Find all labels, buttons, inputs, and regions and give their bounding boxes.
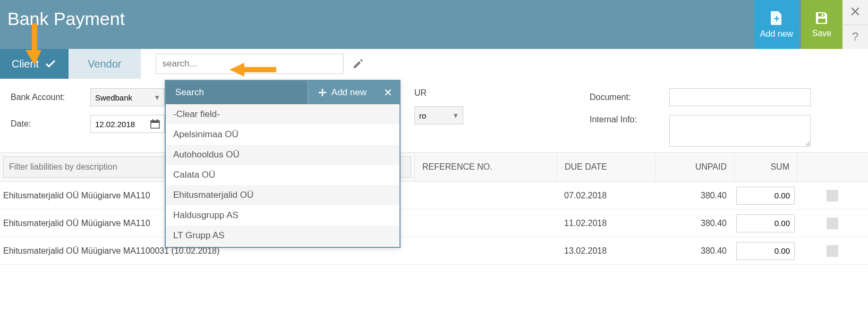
dropdown-item[interactable]: Apelsinimaa OÜ xyxy=(166,124,399,145)
add-new-button[interactable]: Add new xyxy=(754,0,799,49)
col-tail xyxy=(797,153,868,181)
col-sum[interactable]: SUM xyxy=(734,153,797,181)
row-action-chip[interactable] xyxy=(827,218,838,229)
cell-due-date: 11.02.2018 xyxy=(557,219,656,228)
table-body: Ehitusmaterjalid OÜ Müügiarve MA11007.02… xyxy=(0,182,868,265)
header: Bank Payment Add new Save ✕ ? xyxy=(0,0,868,49)
calendar-icon[interactable] xyxy=(146,119,164,129)
row-internal: Internal Info: xyxy=(590,115,811,147)
bank-account-select[interactable]: Swedbank xyxy=(90,88,165,106)
bank-account-select-wrap: Swedbank xyxy=(90,88,165,106)
internal-info-label: Internal Info: xyxy=(590,115,669,124)
cell-sum xyxy=(734,242,797,260)
help-button[interactable]: ? xyxy=(843,24,868,49)
close-icon: ✕ xyxy=(384,86,393,99)
cell-sum xyxy=(734,214,797,232)
file-plus-icon xyxy=(769,10,784,26)
dropdown-item[interactable]: -Clear field- xyxy=(166,104,399,124)
currency-fragment: UR xyxy=(414,88,427,98)
close-button[interactable]: ✕ xyxy=(843,0,868,24)
cell-unpaid: 380.40 xyxy=(656,246,734,256)
document-label: Document: xyxy=(590,93,669,102)
form-area: Bank Account: Swedbank Date: UR xyxy=(0,79,868,152)
header-side: ✕ ? xyxy=(843,0,868,49)
header-actions: Add new Save ✕ ? xyxy=(754,0,868,49)
dropdown-item[interactable]: Haldusgrupp AS xyxy=(166,205,399,226)
col-unpaid[interactable]: UNPAID xyxy=(656,153,734,181)
dropdown-tab-search[interactable]: Search xyxy=(166,81,308,104)
unit-select-wrap: ro xyxy=(414,106,463,124)
bank-account-label: Bank Account: xyxy=(11,93,90,102)
add-new-label: Add new xyxy=(760,29,793,39)
tab-client[interactable]: Client xyxy=(0,49,69,79)
close-icon: ✕ xyxy=(849,4,861,20)
form-col-left: Bank Account: Swedbank Date: xyxy=(11,88,191,147)
search-input[interactable] xyxy=(156,54,344,74)
row-bank-account: Bank Account: Swedbank xyxy=(11,88,191,106)
edit-icon[interactable] xyxy=(352,58,364,70)
plus-icon xyxy=(318,88,327,97)
cell-due-date: 07.02.2018 xyxy=(557,191,656,201)
table-row[interactable]: Ehitusmaterjalid OÜ Müügiarve MA11011.02… xyxy=(0,210,868,237)
col-due-date[interactable]: DUE DATE xyxy=(557,153,656,181)
dropdown-search-label: Search xyxy=(175,87,204,98)
dropdown-header: Search Add new ✕ xyxy=(166,81,399,104)
tab-vendor-label: Vendor xyxy=(88,58,121,70)
tab-client-label: Client xyxy=(12,58,39,70)
help-icon: ? xyxy=(852,30,858,44)
dropdown-close-button[interactable]: ✕ xyxy=(376,81,399,104)
table-row[interactable]: Ehitusmaterjalid OÜ Müügiarve MA11007.02… xyxy=(0,182,868,210)
toolbar: Client Vendor xyxy=(0,49,868,79)
svg-rect-2 xyxy=(152,119,154,121)
form-col-right: Document: Internal Info: xyxy=(590,88,811,147)
row-action-chip[interactable] xyxy=(827,190,838,202)
dropdown-item[interactable]: Lõbusad Tuurid OÜ xyxy=(166,246,399,247)
col-reference-no[interactable]: REFERENCE NO. xyxy=(414,153,557,181)
save-icon xyxy=(814,11,829,26)
date-field xyxy=(90,115,165,133)
dropdown-list[interactable]: -Clear field- Apelsinimaa OÜ Autohooldus… xyxy=(166,104,399,247)
cell-unpaid: 380.40 xyxy=(656,219,734,228)
search-dropdown: Search Add new ✕ -Clear field- Apelsinim… xyxy=(165,80,401,248)
sum-input[interactable] xyxy=(736,242,795,260)
cell-tail xyxy=(797,218,868,229)
cell-sum xyxy=(734,187,797,205)
svg-rect-1 xyxy=(151,121,159,123)
table-header: REFERENCE NO. DUE DATE UNPAID SUM xyxy=(0,152,868,182)
date-input[interactable] xyxy=(91,115,146,132)
row-document: Document: xyxy=(590,88,811,106)
form-col-mid: UR ro xyxy=(414,88,473,147)
row-action-chip[interactable] xyxy=(827,245,838,257)
row-currency-fragment: UR xyxy=(414,88,473,98)
internal-info-textarea[interactable] xyxy=(669,115,811,147)
dropdown-tab-add-new[interactable]: Add new xyxy=(308,81,376,104)
tab-vendor[interactable]: Vendor xyxy=(69,49,140,79)
cell-due-date: 13.02.2018 xyxy=(557,246,656,256)
sum-input[interactable] xyxy=(736,187,795,205)
sum-input[interactable] xyxy=(736,214,795,232)
cell-tail xyxy=(797,190,868,202)
table-row[interactable]: Ehitusmaterjalid OÜ Müügiarve MA1100031 … xyxy=(0,237,868,265)
dropdown-item[interactable]: Autohooldus OÜ xyxy=(166,145,399,165)
document-input[interactable] xyxy=(669,88,811,106)
cell-unpaid: 380.40 xyxy=(656,191,734,201)
cell-tail xyxy=(797,245,868,257)
search-wrap xyxy=(156,49,364,79)
dropdown-item[interactable]: Calata OÜ xyxy=(166,165,399,185)
date-label: Date: xyxy=(11,119,90,129)
save-label: Save xyxy=(812,29,831,38)
dropdown-item[interactable]: LT Grupp AS xyxy=(166,226,399,246)
row-date: Date: xyxy=(11,115,191,133)
svg-rect-3 xyxy=(157,119,158,121)
save-button[interactable]: Save xyxy=(801,0,843,49)
dropdown-item[interactable]: Ehitusmaterjalid OÜ xyxy=(166,185,399,205)
page-title: Bank Payment xyxy=(0,0,132,38)
check-icon xyxy=(44,57,57,70)
row-unit: ro xyxy=(414,106,473,124)
unit-select[interactable]: ro xyxy=(414,106,463,124)
dropdown-add-new-label: Add new xyxy=(331,87,367,98)
